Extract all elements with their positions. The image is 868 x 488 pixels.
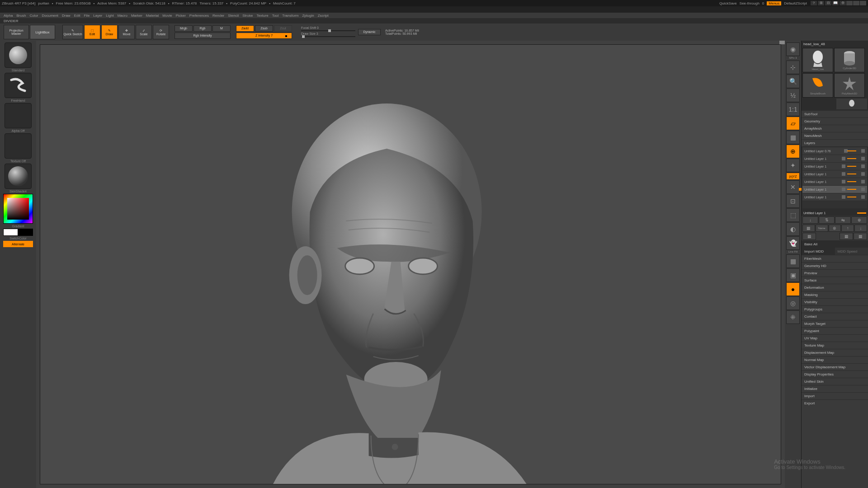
minimize-button[interactable] — [846, 1, 853, 5]
solo2-button[interactable]: ◎ — [786, 296, 800, 310]
move-button[interactable]: ✥ Move — [118, 25, 135, 39]
menu-stencil[interactable]: Stencil — [228, 14, 239, 18]
layer-row[interactable]: Untitled Layer 1 — [802, 155, 867, 162]
xpose2-button[interactable]: ⁜ — [786, 310, 800, 324]
section-fibermesh[interactable]: FiberMesh — [802, 255, 868, 262]
layer-invert-button[interactable]: ⊗ — [829, 225, 841, 232]
menu-material[interactable]: Material — [146, 14, 159, 18]
alternate-button[interactable]: Alternate — [3, 241, 33, 247]
section-geometry[interactable]: Geometry — [802, 117, 868, 125]
section-arraymesh[interactable]: ArrayMesh — [802, 125, 868, 132]
section-preview[interactable]: Preview — [802, 269, 868, 277]
layer-rec-icon[interactable] — [861, 195, 865, 199]
layer-rec-icon[interactable] — [861, 180, 865, 183]
tool-thumb-extra[interactable] — [836, 99, 867, 109]
solo-button[interactable]: ● — [786, 282, 800, 296]
layer-name-button[interactable]: Name — [816, 225, 828, 232]
layer-row[interactable]: Untitled Layer 0.76 — [802, 147, 867, 155]
layer-rec-icon[interactable] — [861, 164, 865, 168]
menus-toggle[interactable]: Menus — [767, 1, 781, 5]
zsub-button[interactable]: Zsub — [255, 25, 273, 32]
layer-up-button[interactable]: ↑ — [841, 225, 854, 232]
spix-label[interactable]: SPix 3 — [785, 56, 801, 59]
thumb-button[interactable]: ▣ — [786, 268, 800, 282]
book-icon[interactable]: 📖 — [832, 1, 839, 5]
rgb-button[interactable]: Rgb — [193, 25, 212, 32]
z-intensity-slider[interactable]: Z Intensity 7 — [236, 33, 292, 39]
help-icon[interactable]: ? — [811, 1, 817, 5]
menu-light[interactable]: Light — [106, 14, 113, 18]
section-nanomesh[interactable]: NanoMesh — [802, 132, 868, 139]
section-unifiedskin[interactable]: Unified Skin — [802, 378, 868, 385]
section-polygroups[interactable]: Polygroups — [802, 305, 868, 313]
menu-picker[interactable]: Picker — [176, 14, 186, 18]
layer-visibility-icon[interactable] — [842, 180, 845, 183]
tool-thumb-head[interactable]: Head_low — [802, 48, 833, 72]
section-displayprops[interactable]: Display Properties — [802, 371, 868, 378]
menu-movie[interactable]: Movie — [162, 14, 172, 18]
canvas-handle-icon[interactable] — [779, 41, 785, 44]
alpha-selector[interactable] — [5, 103, 32, 128]
rotate-button[interactable]: ⟳ Rotate — [153, 25, 169, 39]
zoom-button[interactable]: 🔍 — [786, 75, 800, 88]
section-masking[interactable]: Masking — [802, 291, 868, 298]
tray-icon[interactable]: ⊟ — [825, 1, 831, 5]
layer-delete-button[interactable]: ▦ — [802, 225, 815, 232]
seethrough-value[interactable]: 0 — [762, 1, 764, 5]
layer-merge-button[interactable]: ⊕ — [851, 216, 867, 224]
section-export[interactable]: Export — [802, 399, 868, 407]
focal-shift-slider[interactable]: Focal Shift 0 Draw Size 3 — [301, 26, 355, 38]
bpr-button[interactable]: ◉ — [786, 42, 800, 56]
floor-button[interactable]: ▦ — [786, 131, 800, 144]
main-color-swatch[interactable] — [3, 229, 18, 236]
draw-button[interactable]: ✎ Draw — [101, 25, 118, 39]
xyz-label-button[interactable]: (x)YZ — [786, 173, 800, 180]
frame-button[interactable]: ⊡ — [786, 194, 800, 208]
m-button[interactable]: M — [212, 25, 231, 32]
menu-alpha[interactable]: Alpha — [4, 14, 13, 18]
layer-rec-icon[interactable] — [861, 157, 865, 160]
current-layer-name[interactable]: Untitled Layer 1 — [802, 210, 868, 216]
section-polypaint[interactable]: Polypaint — [802, 327, 868, 334]
layer-extra2-button[interactable]: ▦ — [840, 233, 853, 240]
section-morphtarget[interactable]: Morph Target — [802, 320, 868, 327]
tool-thumb-cylinder[interactable]: Cylinder3D — [834, 48, 865, 72]
color-picker[interactable] — [3, 194, 33, 224]
layer-visibility-icon[interactable] — [842, 188, 845, 191]
menu-document[interactable]: Document — [42, 14, 58, 18]
quicksave-button[interactable]: QuickSave — [719, 1, 737, 5]
layer-down-button[interactable]: ↓ — [854, 225, 867, 232]
tool-thumb-star[interactable]: PolyMesh3D — [834, 73, 865, 98]
local-button[interactable]: ⊕ — [786, 145, 800, 158]
menu-render[interactable]: Render — [212, 14, 224, 18]
lightbox-button[interactable]: LightBox — [30, 25, 55, 39]
zadd-button[interactable]: Zadd — [236, 25, 254, 32]
menu-macro[interactable]: Macro — [118, 14, 127, 18]
zcut-button[interactable]: Zcut — [274, 25, 292, 32]
section-import[interactable]: Import — [802, 392, 868, 399]
dynamic-button[interactable]: Dynamic — [358, 29, 381, 35]
menu-preferences[interactable]: Preferences — [189, 14, 209, 18]
layer-intensity-slider[interactable] — [857, 212, 866, 214]
layer-row[interactable]: Untitled Layer 1 — [802, 178, 867, 185]
maximize-button[interactable] — [853, 1, 859, 5]
menu-color[interactable]: Color — [29, 14, 38, 18]
transp-button[interactable]: ◐ — [786, 222, 800, 236]
layer-split-button[interactable]: ⇆ — [835, 216, 851, 224]
section-displacementmap[interactable]: Displacement Map — [802, 349, 868, 356]
layer-row[interactable]: Untitled Layer 1 — [802, 170, 867, 178]
section-surface[interactable]: Surface — [802, 277, 868, 284]
menu-brush[interactable]: Brush — [16, 14, 26, 18]
section-uvmap[interactable]: UV Map — [802, 334, 868, 342]
xpose-button[interactable]: ✕ — [786, 180, 800, 194]
ghost-button[interactable]: 👻 — [786, 236, 800, 250]
section-contact[interactable]: Contact — [802, 313, 868, 320]
menu-tool[interactable]: Tool — [272, 14, 279, 18]
import-mdd-button[interactable]: Import MDD — [802, 248, 835, 255]
section-deformation[interactable]: Deformation — [802, 284, 868, 291]
layer-rec-icon[interactable] — [861, 149, 865, 153]
xyz-button[interactable]: ✦ — [786, 159, 800, 172]
layer-row[interactable]: Untitled Layer 1 — [802, 193, 867, 201]
polyf-button[interactable]: ⬚ — [786, 208, 800, 222]
persp-button[interactable]: ▱ — [786, 117, 800, 130]
